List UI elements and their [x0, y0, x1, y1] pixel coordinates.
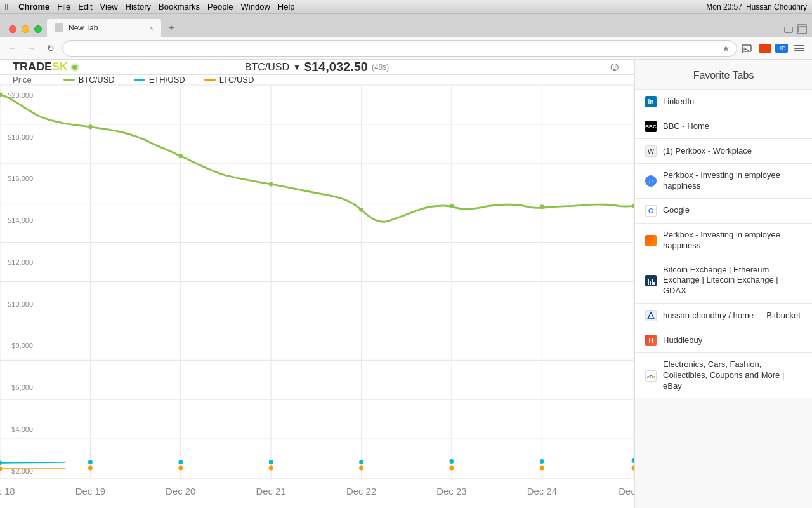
btc-point-7	[540, 204, 544, 209]
tab-bar-right-controls	[797, 24, 807, 34]
perkbox-blue-label: Perkbox - Investing in employee happines…	[663, 170, 802, 192]
sidebar-item-perkbox-workplace[interactable]: W (1) Perkbox - Workplace	[635, 138, 812, 163]
chrome-menu[interactable]: Chrome	[18, 2, 49, 11]
apple-menu[interactable]: 	[5, 2, 8, 12]
sidebar-title: Favorite Tabs	[635, 60, 812, 89]
window-menu[interactable]: Window	[241, 2, 270, 11]
svg-text:y: y	[654, 375, 655, 380]
google-label: Google	[663, 205, 690, 216]
sidebar-item-linkedin[interactable]: in LinkedIn	[635, 89, 812, 114]
btc-point-3	[178, 154, 183, 159]
sidebar-item-google[interactable]: G Google	[635, 198, 812, 223]
header-center: BTC/USD ▼ $14,032.50 (48s)	[245, 60, 390, 74]
legend-ltc[interactable]: LTC/USD	[204, 75, 254, 84]
new-tab-button[interactable]: +	[164, 22, 179, 37]
active-tab[interactable]: New Tab ×	[47, 19, 161, 37]
x-label-dec24: Dec 24	[527, 485, 557, 496]
url-bar[interactable]: ★	[62, 40, 737, 57]
chrome-menu-button[interactable]	[792, 43, 807, 54]
gdax-favicon	[645, 275, 657, 286]
tab-close-button[interactable]: ×	[150, 24, 154, 32]
x-label-dec22: Dec 22	[346, 485, 376, 496]
menubar-time: Mon 20:57	[706, 3, 742, 11]
bookmark-icon[interactable]: ★	[722, 43, 730, 53]
linkedin-favicon: in	[645, 96, 657, 107]
tab-favicon	[55, 23, 63, 32]
svg-chart-area: Dec 18 Dec 19 Dec 20 Dec 21 Dec 22 Dec 2…	[0, 85, 634, 508]
extension-icon-2[interactable]: HD	[775, 44, 788, 53]
view-menu[interactable]: View	[100, 2, 118, 11]
chart-legend: Price BTC/USD ETH/USD LTC/USD	[0, 75, 634, 85]
svg-rect-29	[653, 282, 655, 285]
sidebar-item-huddlebuy[interactable]: H Huddlebuy	[635, 328, 812, 352]
btc-point-2	[88, 124, 93, 129]
eth-point-5	[359, 460, 363, 464]
logo-icon	[70, 62, 80, 72]
chrome-maximize-icon	[784, 27, 793, 33]
eth-point-3	[178, 460, 183, 464]
btc-point-1	[0, 93, 2, 97]
back-button[interactable]: ←	[5, 41, 20, 56]
chart-container: $20,000 $18,000 $16,000 $14,000 $12,000 …	[0, 85, 634, 508]
price-label: Price	[13, 75, 32, 84]
header-smiley: ☺	[608, 60, 621, 74]
bitbucket-favicon	[645, 310, 657, 321]
tradesk-logo: TRADESK	[13, 60, 80, 74]
file-menu[interactable]: File	[57, 2, 70, 11]
extension-icon[interactable]	[759, 44, 771, 53]
dropdown-arrow[interactable]: ▼	[293, 63, 301, 72]
cast-icon[interactable]	[741, 41, 755, 55]
chart-area: TRADESK BTC/USD ▼ $14,032.50 (48s) ☺ Pri…	[0, 60, 634, 508]
x-label-dec25: Dec 25	[619, 485, 634, 496]
trading-pair[interactable]: BTC/USD	[245, 62, 289, 73]
btc-color-swatch	[63, 79, 75, 81]
ltc-label: LTC/USD	[219, 75, 254, 84]
svg-rect-27	[650, 281, 651, 285]
gdax-label: Bitcoin Exchange | Ethereum Exchange | L…	[663, 265, 802, 297]
legend-eth[interactable]: ETH/USD	[134, 75, 185, 84]
maximize-window-button[interactable]	[34, 25, 42, 33]
people-menu[interactable]: People	[207, 2, 233, 11]
eth-point-6	[449, 459, 454, 464]
refresh-button[interactable]: ↻	[43, 41, 58, 56]
google-favicon: G	[645, 205, 657, 217]
sidebar-item-gdax[interactable]: Bitcoin Exchange | Ethereum Exchange | L…	[635, 258, 812, 304]
perkbox-red-label: Perkbox - Investing in employee happines…	[663, 230, 802, 251]
huddlebuy-favicon: H	[645, 335, 657, 346]
svg-point-3	[72, 65, 77, 70]
sidebar-item-ebay[interactable]: e B a y Electronics, Cars, Fashion, Coll…	[635, 352, 812, 398]
sidebar: Favorite Tabs in LinkedIn BBC BBC - Home…	[634, 60, 812, 508]
logo-trade-text: TRADE	[13, 60, 52, 74]
menu-bar:  Chrome File Edit View History Bookmark…	[0, 0, 812, 14]
x-label-dec21: Dec 21	[256, 485, 286, 496]
ltc-point-7	[540, 465, 544, 470]
forward-button[interactable]: →	[24, 41, 39, 56]
sidebar-item-perkbox-red[interactable]: Perkbox - Investing in employee happines…	[635, 223, 812, 258]
sidebar-item-bitbucket[interactable]: hussan-choudhry / home — Bitbucket	[635, 303, 812, 328]
minimize-window-button[interactable]	[22, 25, 29, 33]
history-menu[interactable]: History	[126, 2, 151, 11]
url-cursor	[70, 44, 70, 52]
btc-point-8	[632, 204, 634, 208]
eth-point-8	[632, 458, 634, 463]
x-label-dec23: Dec 23	[436, 485, 466, 496]
huddlebuy-label: Huddlebuy	[663, 335, 702, 346]
address-bar: ← → ↻ ★ HD	[0, 37, 812, 60]
sidebar-item-bbc[interactable]: BBC BBC - Home	[635, 114, 812, 138]
btc-point-4	[269, 182, 273, 186]
ebay-favicon: e B a y	[645, 370, 657, 382]
sidebar-item-perkbox-blue[interactable]: P Perkbox - Investing in employee happin…	[635, 163, 812, 198]
perkbox-red-favicon	[645, 235, 657, 246]
tradesk-header: TRADESK BTC/USD ▼ $14,032.50 (48s) ☺	[0, 60, 634, 75]
edit-menu[interactable]: Edit	[78, 2, 92, 11]
bookmarks-menu[interactable]: Bookmarks	[159, 2, 200, 11]
help-menu[interactable]: Help	[278, 2, 295, 11]
linkedin-label: LinkedIn	[663, 97, 694, 107]
ebay-label: Electronics, Cars, Fashion, Collectibles…	[663, 359, 802, 392]
ltc-color-swatch	[204, 79, 216, 81]
eth-point-1	[0, 460, 2, 465]
legend-btc[interactable]: BTC/USD	[63, 75, 115, 84]
close-window-button[interactable]	[9, 25, 16, 33]
svg-rect-25	[646, 236, 655, 245]
perkbox-workplace-label: (1) Perkbox - Workplace	[663, 146, 752, 157]
